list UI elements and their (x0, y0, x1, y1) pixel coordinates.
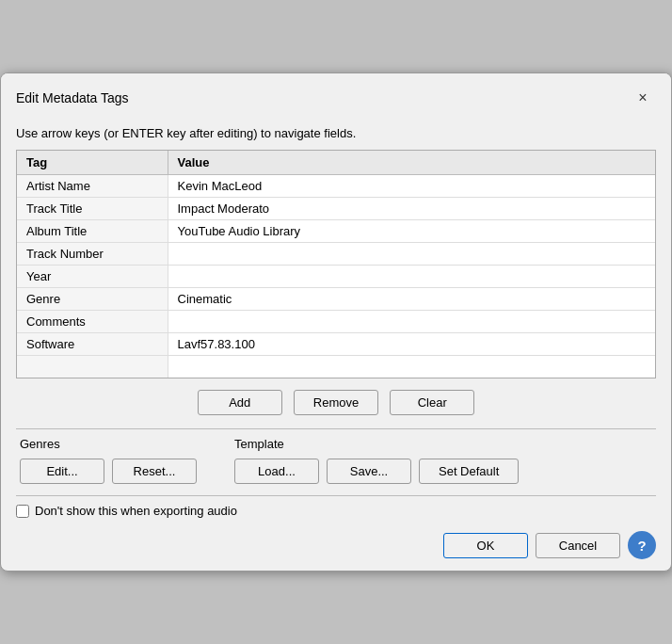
table-row[interactable]: Artist NameKevin MacLeod (17, 174, 655, 197)
remove-button[interactable]: Remove (294, 390, 378, 415)
footer-buttons-row: OK Cancel ? (16, 531, 656, 559)
tag-cell: Genre (17, 287, 168, 310)
genres-reset-button[interactable]: Reset... (112, 459, 197, 484)
edit-metadata-dialog: Edit Metadata Tags × Use arrow keys (or … (0, 72, 672, 572)
table-header-row: Tag Value (17, 151, 655, 175)
action-buttons-row: Add Remove Clear (16, 390, 656, 415)
table-row[interactable]: SoftwareLavf57.83.100 (17, 332, 655, 355)
genres-group: Genres Edit... Reset... (20, 437, 197, 484)
value-cell[interactable]: Cinematic (168, 287, 655, 310)
tag-cell: Track Number (17, 242, 168, 265)
template-buttons: Load... Save... Set Default (234, 459, 519, 484)
dont-show-label[interactable]: Don't show this when exporting audio (35, 504, 237, 518)
table-row[interactable]: Year (17, 265, 655, 287)
separator-2 (16, 495, 656, 496)
checkbox-row: Don't show this when exporting audio (16, 504, 656, 518)
value-cell[interactable] (168, 242, 655, 265)
instruction-text: Use arrow keys (or ENTER key after editi… (16, 126, 656, 140)
table-row[interactable]: Track Number (17, 242, 655, 265)
metadata-table: Tag Value Artist NameKevin MacLeodTrack … (17, 151, 655, 378)
metadata-table-container: Tag Value Artist NameKevin MacLeodTrack … (16, 150, 656, 379)
table-row[interactable]: Comments (17, 310, 655, 332)
template-group: Template Load... Save... Set Default (234, 437, 519, 484)
tag-cell: Comments (17, 310, 168, 332)
value-cell[interactable]: Impact Moderato (168, 197, 655, 219)
table-row[interactable] (17, 355, 655, 378)
title-bar: Edit Metadata Tags × (1, 73, 671, 119)
template-label: Template (234, 437, 519, 451)
value-cell[interactable]: Kevin MacLeod (168, 174, 655, 197)
dont-show-checkbox[interactable] (16, 505, 29, 518)
tag-cell (17, 355, 168, 378)
table-row[interactable]: Album TitleYouTube Audio Library (17, 219, 655, 242)
template-save-button[interactable]: Save... (327, 459, 411, 484)
genres-template-row: Genres Edit... Reset... Template Load...… (16, 437, 656, 484)
tag-column-header: Tag (17, 151, 168, 175)
value-cell[interactable] (168, 310, 655, 332)
add-button[interactable]: Add (198, 390, 282, 415)
clear-button[interactable]: Clear (390, 390, 474, 415)
table-row[interactable]: Track TitleImpact Moderato (17, 197, 655, 219)
genres-buttons: Edit... Reset... (20, 459, 197, 484)
value-cell[interactable] (168, 355, 655, 378)
genres-edit-button[interactable]: Edit... (20, 459, 104, 484)
table-row[interactable]: GenreCinematic (17, 287, 655, 310)
tag-cell: Track Title (17, 197, 168, 219)
genres-label: Genres (20, 437, 197, 451)
cancel-button[interactable]: Cancel (536, 533, 620, 558)
template-load-button[interactable]: Load... (234, 459, 319, 484)
close-button[interactable]: × (630, 85, 656, 111)
tag-cell: Artist Name (17, 174, 168, 197)
separator-1 (16, 428, 656, 429)
value-cell[interactable]: YouTube Audio Library (168, 219, 655, 242)
value-cell[interactable] (168, 265, 655, 287)
value-cell[interactable]: Lavf57.83.100 (168, 332, 655, 355)
template-set-default-button[interactable]: Set Default (419, 459, 519, 484)
value-column-header: Value (168, 151, 655, 175)
dialog-title: Edit Metadata Tags (16, 90, 129, 105)
tag-cell: Album Title (17, 219, 168, 242)
tag-cell: Software (17, 332, 168, 355)
ok-button[interactable]: OK (443, 533, 528, 558)
dialog-body: Use arrow keys (or ENTER key after editi… (1, 119, 671, 572)
tag-cell: Year (17, 265, 168, 287)
help-button[interactable]: ? (628, 531, 656, 559)
